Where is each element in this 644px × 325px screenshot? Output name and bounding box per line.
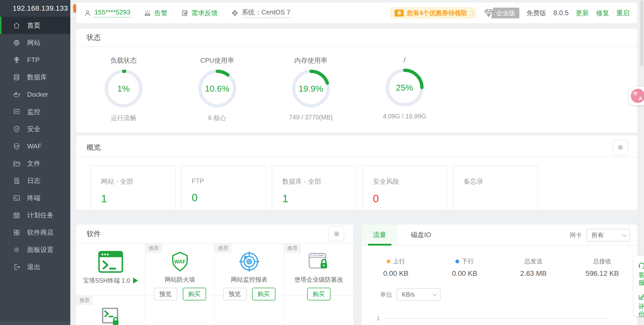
sidebar-item-ftp[interactable]: FTP xyxy=(0,51,70,69)
home-icon xyxy=(13,22,21,29)
status-card: 状态 负载状态 1% 运行流畅 CPU使用率 10.6% 6 核心 内存使用率 … xyxy=(76,29,637,133)
overview-box-memo[interactable]: 备忘录 xyxy=(453,165,538,211)
sidebar-item-settings[interactable]: 面板设置 xyxy=(0,241,70,258)
software-cell-ssh-pro[interactable]: 推荐 xyxy=(76,296,145,325)
sidebar-item-logs[interactable]: 日志 xyxy=(0,172,70,189)
software-settings-button[interactable] xyxy=(329,226,344,242)
plan-free-label: 免费版 xyxy=(526,9,546,18)
sidebar-item-files[interactable]: 文件 xyxy=(0,155,70,172)
plan-badge: 企业版 xyxy=(491,8,519,19)
ssh-terminal-icon xyxy=(98,251,123,273)
rate-button[interactable]: 评价 xyxy=(636,293,644,318)
system-info[interactable]: 系统：CentOS 7 xyxy=(231,8,290,18)
tab-disk-io[interactable]: 磁盘IO xyxy=(406,225,436,245)
sidebar-item-home[interactable]: 首页 xyxy=(0,17,70,34)
software-cell-waf[interactable]: 推荐 WAF 网站防火墙 预览 购买 xyxy=(145,244,215,296)
gauge-memory: 内存使用率 19.9% 749 / 3770(MB) xyxy=(264,56,358,122)
unit-select[interactable]: KB/s xyxy=(397,288,440,301)
nic-label: 网卡 xyxy=(570,231,582,239)
stat-downstream: 下行 0.00 KB xyxy=(430,257,499,278)
server-ip: 192.168.139.133 xyxy=(13,4,68,12)
recommend-badge: 推荐 xyxy=(215,244,232,253)
overview-card: 概览 网站 - 全部 1 FTP 0 数据库 - 全部 1 安全风险 0 备忘录 xyxy=(76,135,637,210)
sidebar-header[interactable]: 192.168.139.133 0 xyxy=(0,0,70,17)
security-shield-icon xyxy=(13,125,21,133)
calendar-icon xyxy=(13,211,21,219)
coupon-icon: 券 xyxy=(394,10,404,16)
recommend-badge: 推荐 xyxy=(145,244,162,253)
software-cell-empty xyxy=(215,296,284,325)
stat-upstream: 上行 0.00 KB xyxy=(361,257,430,278)
coupon-banner[interactable]: 券 您有4个优惠券待领取 xyxy=(390,7,476,19)
update-link[interactable]: 更新 xyxy=(576,9,589,18)
sidebar-item-database[interactable]: 数据库 xyxy=(0,69,70,86)
stat-total-sent: 总发送 2.63 MB xyxy=(499,257,568,278)
sidebar-item-logout[interactable]: 退出 xyxy=(0,258,70,276)
recommend-badge: 推荐 xyxy=(76,296,93,305)
app-grid-icon xyxy=(13,229,21,236)
sidebar-item-waf[interactable]: WAF xyxy=(0,138,70,155)
gear-icon xyxy=(617,144,624,151)
tamper-proof-icon xyxy=(308,251,330,272)
bt-panel-dashboard: 192.168.139.133 0 首页 网站 FTP 数据库 Docker 监… xyxy=(0,0,644,325)
logout-icon xyxy=(13,263,21,271)
customer-service-button[interactable]: 客服 xyxy=(636,261,644,287)
y-tick: 1 xyxy=(361,315,384,322)
restart-link[interactable]: 重启 xyxy=(616,9,630,18)
overview-box-security-risk[interactable]: 安全风险 0 xyxy=(362,165,447,211)
upstream-dot xyxy=(387,260,390,263)
software-cell-monitor-report[interactable]: 推荐 网站监控报表 预览 购买 xyxy=(215,244,284,296)
repair-link[interactable]: 修复 xyxy=(596,9,609,18)
waf-icon xyxy=(13,142,21,150)
logs-icon xyxy=(13,177,21,185)
terminal-icon xyxy=(13,194,21,202)
gear-icon xyxy=(333,230,340,238)
gridline xyxy=(384,318,608,319)
overview-box-websites[interactable]: 网站 - 全部 1 xyxy=(90,165,175,211)
sidebar-item-appstore[interactable]: 软件商店 xyxy=(0,224,70,241)
overview-box-ftp[interactable]: FTP 0 xyxy=(181,165,266,211)
sidebar-item-cron[interactable]: 计划任务 xyxy=(0,207,70,224)
gauge-cpu: CPU使用率 10.6% 6 核心 xyxy=(170,56,264,122)
play-button[interactable] xyxy=(133,278,138,284)
stat-total-received: 总接收 596.12 KB xyxy=(568,257,637,278)
overview-box-database[interactable]: 数据库 - 全部 1 xyxy=(272,165,357,211)
folder-icon xyxy=(13,160,21,167)
translate-button[interactable]: 中 A xyxy=(629,87,644,105)
waf-shield-icon: WAF xyxy=(170,251,190,272)
user-account[interactable]: 155****5293 xyxy=(84,8,130,18)
feedback-link[interactable]: 需求反馈 xyxy=(181,9,218,18)
centos-icon xyxy=(231,9,239,17)
software-cell-tamper-proof[interactable]: 推荐 堡塔企业级防篡改 购买 xyxy=(284,244,353,296)
tab-traffic[interactable]: 流量 xyxy=(361,225,398,245)
headset-icon xyxy=(638,261,644,269)
sidebar-item-docker[interactable]: Docker xyxy=(0,86,70,103)
scrollbar-thumb[interactable] xyxy=(640,1,643,66)
traffic-card: 流量 磁盘IO 网卡 所有 上行 0.00 KB 下行 0.00 KB 总发送 … xyxy=(361,225,637,325)
gauge-load: 负载状态 1% 运行流畅 xyxy=(77,56,170,122)
sidebar-item-security[interactable]: 安全 xyxy=(0,120,70,138)
traffic-chart: 1 0.8 0.6 xyxy=(361,303,637,325)
software-cell-empty xyxy=(145,296,215,325)
overview-settings-button[interactable] xyxy=(613,140,628,155)
monitor-report-icon xyxy=(239,251,260,272)
sidebar-item-terminal[interactable]: 终端 xyxy=(0,189,70,207)
translate-icon: 中 A xyxy=(631,89,644,103)
nic-select[interactable]: 所有 xyxy=(586,229,630,242)
ssh-terminal-pro-icon xyxy=(100,306,122,325)
user-phone[interactable]: 155****5293 xyxy=(94,8,130,18)
software-cell-ssh-terminal[interactable]: 宝塔SSH终端 1.0 xyxy=(76,244,145,296)
gear-icon xyxy=(13,246,21,254)
monitor-icon xyxy=(13,108,21,116)
sidebar-item-website[interactable]: 网站 xyxy=(0,34,70,51)
feedback-doc-icon xyxy=(181,9,188,17)
software-card: 软件 宝塔SSH终端 1.0 推荐 WAF 网站防火墙 预览 购买 xyxy=(76,225,353,325)
docker-icon xyxy=(13,91,21,98)
website-icon xyxy=(13,39,21,47)
sidebar: 192.168.139.133 0 首页 网站 FTP 数据库 Docker 监… xyxy=(0,0,70,325)
alarm-icon xyxy=(144,9,151,17)
sidebar-item-monitor[interactable]: 监控 xyxy=(0,103,70,120)
alarm-link[interactable]: 告警 xyxy=(144,9,168,18)
enterprise-plan[interactable]: 企业版 xyxy=(483,7,519,19)
overview-title: 概览 xyxy=(87,143,101,152)
